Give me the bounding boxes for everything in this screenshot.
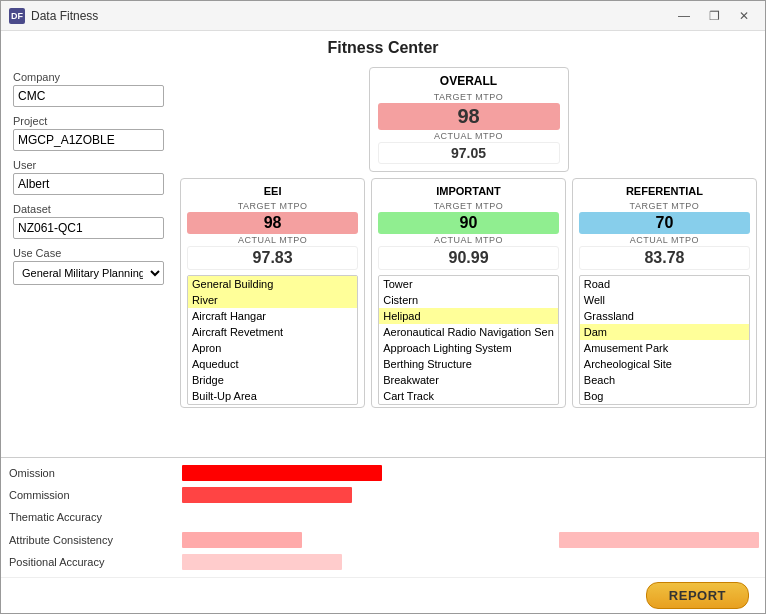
- list-item[interactable]: River: [188, 292, 357, 308]
- usecase-select[interactable]: General Military Planning: [13, 261, 164, 285]
- app-icon: DF: [9, 8, 25, 24]
- overall-row: OVERALL TARGET MTPO 98 ACTUAL MTPO 97.05: [180, 67, 757, 172]
- close-button[interactable]: ✕: [731, 6, 757, 26]
- main-content: Company Project User Dataset Use Case Ge…: [1, 63, 765, 457]
- stat-row-positional: [182, 554, 759, 570]
- list-item[interactable]: Aeronautical Radio Navigation Sen: [379, 324, 558, 340]
- list-item[interactable]: Dam: [580, 324, 749, 340]
- stat-row-omission: [182, 465, 759, 481]
- important-list[interactable]: Tower Cistern Helipad Aeronautical Radio…: [378, 275, 559, 405]
- stat-row-commission: [182, 487, 759, 503]
- list-item[interactable]: General Building: [188, 276, 357, 292]
- company-input[interactable]: [13, 85, 164, 107]
- stat-bar: [182, 465, 382, 481]
- important-target-label: TARGET MTPO: [378, 201, 559, 211]
- list-item[interactable]: Amusement Park: [580, 340, 749, 356]
- stat-bar: [182, 554, 342, 570]
- eei-actual-value: 97.83: [187, 246, 358, 270]
- overall-actual-value: 97.05: [378, 142, 560, 164]
- eei-title: EEI: [187, 185, 358, 197]
- list-item[interactable]: Beach: [580, 372, 749, 388]
- eei-card: EEI TARGET MTPO 98 ACTUAL MTPO 97.83 Gen…: [180, 178, 365, 408]
- cards-row: EEI TARGET MTPO 98 ACTUAL MTPO 97.83 Gen…: [180, 178, 757, 408]
- referential-actual-value: 83.78: [579, 246, 750, 270]
- stat-bar: [182, 487, 352, 503]
- referential-target-label: TARGET MTPO: [579, 201, 750, 211]
- project-input[interactable]: [13, 129, 164, 151]
- title-bar-controls: — ❐ ✕: [671, 6, 757, 26]
- stat-bar: [559, 532, 759, 548]
- stat-label-positional: Positional Accuracy: [9, 556, 168, 568]
- stat-row-thematic: [182, 509, 759, 525]
- important-title: IMPORTANT: [378, 185, 559, 197]
- list-item[interactable]: Breakwater: [379, 372, 558, 388]
- stats-bars: [176, 458, 765, 577]
- list-item[interactable]: Berthing Structure: [379, 356, 558, 372]
- stat-label-omission: Omission: [9, 467, 168, 479]
- list-item[interactable]: Road: [580, 276, 749, 292]
- maximize-button[interactable]: ❐: [701, 6, 727, 26]
- overall-card: OVERALL TARGET MTPO 98 ACTUAL MTPO 97.05: [369, 67, 569, 172]
- list-item[interactable]: Bog: [580, 388, 749, 404]
- overall-target-value: 98: [378, 103, 560, 130]
- important-target-value: 90: [378, 212, 559, 234]
- title-bar: DF Data Fitness — ❐ ✕: [1, 1, 765, 31]
- page-title: Fitness Center: [1, 31, 765, 63]
- dataset-field: Dataset: [13, 203, 164, 239]
- user-label: User: [13, 159, 164, 171]
- left-panel: Company Project User Dataset Use Case Ge…: [1, 63, 176, 457]
- list-item[interactable]: Helipad: [379, 308, 558, 324]
- user-input[interactable]: [13, 173, 164, 195]
- list-item[interactable]: Archeological Site: [580, 356, 749, 372]
- stat-label-attribute: Attribute Consistency: [9, 534, 168, 546]
- referential-title: REFERENTIAL: [579, 185, 750, 197]
- center-panel: OVERALL TARGET MTPO 98 ACTUAL MTPO 97.05…: [176, 63, 765, 457]
- list-item[interactable]: Apron: [188, 340, 357, 356]
- important-card: IMPORTANT TARGET MTPO 90 ACTUAL MTPO 90.…: [371, 178, 566, 408]
- bottom-stats: Omission Commission Thematic Accuracy At…: [1, 457, 765, 577]
- stat-label-commission: Commission: [9, 489, 168, 501]
- list-item[interactable]: Built-Up Area: [188, 388, 357, 404]
- eei-list[interactable]: General Building River Aircraft Hangar A…: [187, 275, 358, 405]
- usecase-field: Use Case General Military Planning: [13, 247, 164, 285]
- report-button[interactable]: REPORT: [646, 582, 749, 609]
- list-item[interactable]: Cistern: [379, 292, 558, 308]
- main-window: DF Data Fitness — ❐ ✕ Fitness Center Com…: [0, 0, 766, 614]
- dataset-label: Dataset: [13, 203, 164, 215]
- referential-card: REFERENTIAL TARGET MTPO 70 ACTUAL MTPO 8…: [572, 178, 757, 408]
- stat-label-thematic: Thematic Accuracy: [9, 511, 168, 523]
- important-actual-label: ACTUAL MTPO: [378, 235, 559, 245]
- stat-bar: [182, 532, 302, 548]
- minimize-button[interactable]: —: [671, 6, 697, 26]
- list-item[interactable]: Aircraft Revetment: [188, 324, 357, 340]
- company-field: Company: [13, 71, 164, 107]
- list-item[interactable]: Aircraft Hangar: [188, 308, 357, 324]
- project-field: Project: [13, 115, 164, 151]
- list-item[interactable]: Approach Lighting System: [379, 340, 558, 356]
- overall-title: OVERALL: [378, 74, 560, 88]
- usecase-label: Use Case: [13, 247, 164, 259]
- eei-actual-label: ACTUAL MTPO: [187, 235, 358, 245]
- title-bar-left: DF Data Fitness: [9, 8, 98, 24]
- dataset-input[interactable]: [13, 217, 164, 239]
- app-title: Data Fitness: [31, 9, 98, 23]
- referential-list[interactable]: Road Well Grassland Dam Amusement Park A…: [579, 275, 750, 405]
- list-item[interactable]: Cart Track: [379, 388, 558, 404]
- stats-labels: Omission Commission Thematic Accuracy At…: [1, 458, 176, 577]
- list-item[interactable]: Grassland: [580, 308, 749, 324]
- important-actual-value: 90.99: [378, 246, 559, 270]
- company-label: Company: [13, 71, 164, 83]
- list-item[interactable]: Tower: [379, 276, 558, 292]
- referential-target-value: 70: [579, 212, 750, 234]
- footer: REPORT: [1, 577, 765, 613]
- user-field: User: [13, 159, 164, 195]
- referential-actual-label: ACTUAL MTPO: [579, 235, 750, 245]
- list-item[interactable]: Aqueduct: [188, 356, 357, 372]
- eei-target-value: 98: [187, 212, 358, 234]
- stat-row-attribute: [182, 532, 759, 548]
- list-item[interactable]: Well: [580, 292, 749, 308]
- overall-target-label: TARGET MTPO: [378, 92, 560, 102]
- list-item[interactable]: Bridge: [188, 372, 357, 388]
- eei-target-label: TARGET MTPO: [187, 201, 358, 211]
- overall-actual-label: ACTUAL MTPO: [378, 131, 560, 141]
